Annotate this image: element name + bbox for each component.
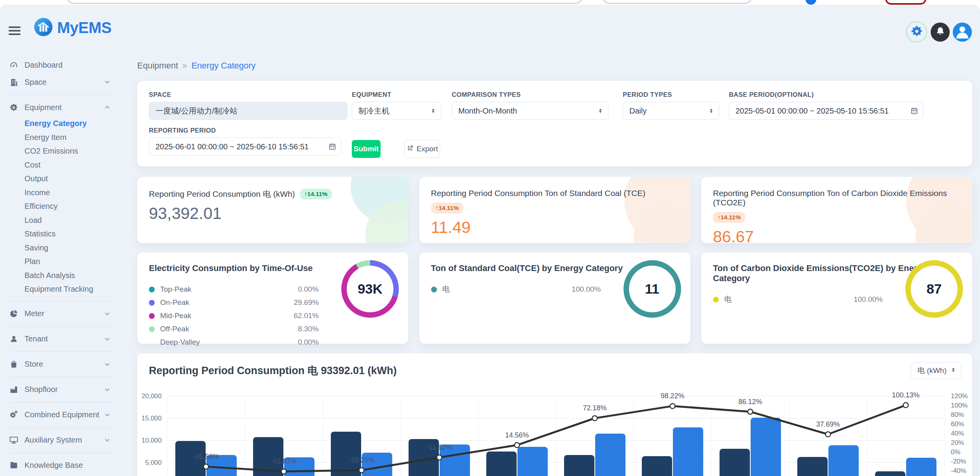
equipment-select[interactable]: 制冷主机 [352,102,441,120]
sidebar-item-auxiliary-system[interactable]: Auxiliary System [9,432,122,448]
sidebar-item-cost[interactable]: Cost [9,158,122,172]
kpi-header: Reporting Period Consumption Ton of Stan… [431,189,679,214]
sidebar-item-equipment[interactable]: Equipment [9,100,122,115]
y-axis-right-tick: 60% [951,420,964,428]
kpi-card: Reporting Period Consumption Ton of Stan… [419,177,690,243]
legend-item[interactable]: On-Peak29.69% [149,296,319,309]
sidebar-item-equipment-tracking[interactable]: Equipment Tracking [9,282,122,296]
sidebar-item-saving[interactable]: Saving [9,241,122,255]
legend-item[interactable]: 电100.00% [713,293,883,306]
sidebar-item-output[interactable]: Output [9,172,122,186]
chevron-down-icon [104,411,111,418]
comparison-types-select[interactable]: Month-On-Month [452,102,608,120]
hamburger-menu-button[interactable] [9,26,22,35]
chart-plot[interactable]: 20,00015,00010,0005,000120%100%80%60%40%… [167,396,945,476]
breadcrumb-parent[interactable]: Equipment [137,61,178,71]
person-icon [9,334,19,344]
donut-card: Ton of Carbon Dioxide Emissions(TCO2E) b… [701,252,972,344]
browser-searchbox-fragment [602,0,753,4]
reporting-period-input[interactable]: 2025-06-01 00:00:00 ~ 2025-06-10 15:56:5… [149,138,341,156]
sidebar-item-space[interactable]: Space [9,74,122,90]
legend-item[interactable]: Deep-Valley0.00% [149,336,319,349]
factory-icon [9,385,19,394]
sidebar-divider [9,453,112,453]
sidebar-item-label: Knowledge Base [24,461,83,470]
sidebar-divider [9,326,112,327]
legend-dot-icon [149,313,155,319]
sidebar-item-income[interactable]: Income [9,186,122,200]
sidebar-item-label: Dashboard [24,61,63,70]
donut-legend: 电100.00% [713,293,883,306]
sidebar-item-label: Shopfloor [24,385,58,394]
legend-item[interactable]: Mid-Peak62.01% [149,309,319,322]
y-axis-right-tick: 0% [951,448,961,456]
export-icon [407,145,414,154]
legend-percentage: 100.00% [571,285,601,294]
legend-name: Mid-Peak [160,312,191,320]
donut-center-value: 11 [629,266,676,312]
sidebar-item-energy-item[interactable]: Energy Item [9,131,122,145]
kpi-card: Reporting Period Consumption Ton of Carb… [701,177,972,243]
legend-item[interactable]: 电100.00% [431,283,601,296]
sidebar-item-shopfloor[interactable]: Shopfloor [9,382,122,397]
sidebar-item-combined-equipment[interactable]: Combined Equipment [9,407,122,423]
gears-icon [9,410,19,420]
chevron-down-icon [104,79,111,86]
export-button[interactable]: Export [404,140,440,158]
monitor-icon [9,436,19,445]
kpi-card: Reporting Period Consumption 电 (kWh)↑14.… [137,177,408,243]
sidebar-item-knowledge-base[interactable]: Knowledge Base [9,458,122,473]
sidebar-item-dashboard[interactable]: Dashboard [9,57,122,73]
kpi-title: Reporting Period Consumption Ton of Carb… [713,189,961,207]
reporting-period-label: REPORTING PERIOD [149,127,341,134]
browser-avatar-fragment [805,0,816,5]
pie-icon [9,309,19,318]
unit-select[interactable]: 电 (kWh) [911,362,961,379]
sidebar-item-co2-emissions[interactable]: CO2 Emissions [9,144,122,158]
chart-card: Reporting Period Consumption 电 93392.01 … [137,354,972,476]
donut-legend: Top-Peak0.00%On-Peak29.69%Mid-Peak62.01%… [149,283,319,349]
y-axis-right-tick: -40% [951,467,966,475]
legend-percentage: 100.00% [854,295,883,304]
updown-arrows-icon [430,108,436,114]
sidebar-item-efficiency[interactable]: Efficiency [9,200,122,214]
space-input[interactable]: 一度城/公用动力/制冷站 [149,102,348,120]
browser-record-fragment [885,0,926,5]
trend-point-label: 100.13% [892,391,919,399]
kpi-header: Reporting Period Consumption Ton of Carb… [713,189,961,223]
donut-chart[interactable]: 93K [341,260,399,318]
base-period-label: BASE PERIOD(OPTIONAL) [729,91,923,98]
sidebar-divider [9,94,112,95]
sidebar-item-store[interactable]: Store [9,357,122,372]
y-axis-right-tick: -20% [951,458,966,466]
breadcrumb: Equipment » Energy Category [137,61,256,71]
legend-dot-icon [149,340,155,345]
breadcrumb-separator: » [182,61,187,71]
legend-item[interactable]: Top-Peak0.00% [149,283,319,296]
sidebar-item-energy-category[interactable]: Energy Category [9,117,122,131]
sidebar-item-meter[interactable]: Meter [9,306,122,322]
sidebar-item-statistics[interactable]: Statistics [9,227,122,241]
kpi-value: 11.49 [431,218,679,237]
space-label: SPACE [149,91,348,98]
period-types-select[interactable]: Daily [623,102,719,120]
chevron-down-icon [104,437,111,444]
chevron-down-icon [104,386,111,393]
legend-item[interactable]: Off-Peak8.30% [149,322,319,336]
donut-chart[interactable]: 87 [905,260,963,318]
sidebar-item-label: Equipment [24,103,62,112]
submit-button[interactable]: Submit [352,140,381,158]
donut-card: Electricity Consumption by Time-Of-UseTo… [137,252,408,344]
base-period-input[interactable]: 2025-05-01 00:00:00 ~ 2025-05-10 15:56:5… [729,102,923,120]
legend-dot-icon [431,287,437,292]
equipment-label: EQUIPMENT [352,91,441,98]
sidebar-item-plan[interactable]: Plan [9,255,122,269]
brand-name: MyEMS [57,19,112,37]
sidebar-item-tenant[interactable]: Tenant [9,331,122,347]
brand-logo[interactable]: MyEMS [34,18,112,38]
sidebar-item-load[interactable]: Load [9,214,122,228]
bag-icon [9,360,19,369]
y-axis-right-tick: 20% [951,439,964,447]
donut-chart[interactable]: 11 [624,260,681,318]
sidebar-item-batch-analysis[interactable]: Batch Analysis [9,269,122,283]
